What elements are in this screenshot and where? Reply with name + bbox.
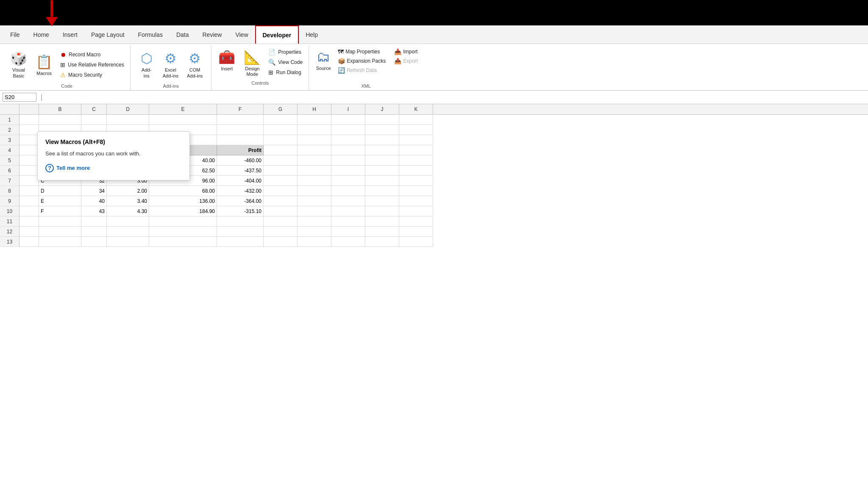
cell-j11[interactable] (365, 216, 399, 227)
col-header-h[interactable]: H (298, 104, 331, 114)
cell-h10[interactable] (298, 206, 331, 216)
cell-e12[interactable] (149, 227, 217, 237)
cell-a5[interactable] (19, 155, 39, 166)
cell-c12[interactable] (81, 227, 107, 237)
cell-h1[interactable] (298, 115, 331, 125)
cell-g1[interactable] (264, 115, 298, 125)
cell-f6[interactable]: -437.50 (217, 166, 264, 176)
cell-j6[interactable] (365, 166, 399, 176)
cell-g3[interactable] (264, 135, 298, 145)
source-button[interactable]: 🗂 Source (312, 47, 334, 72)
tab-page-layout[interactable]: Page Layout (84, 25, 131, 44)
cell-k8[interactable] (399, 186, 433, 196)
cell-j12[interactable] (365, 227, 399, 237)
cell-i3[interactable] (331, 135, 365, 145)
macro-security-button[interactable]: ⚠ Macro Security (58, 70, 127, 80)
cell-i13[interactable] (331, 237, 365, 247)
record-macro-button[interactable]: ⏺ Record Macro (58, 50, 127, 59)
tab-insert[interactable]: Insert (56, 25, 84, 44)
cell-j10[interactable] (365, 206, 399, 216)
cell-k3[interactable] (399, 135, 433, 145)
cell-a13[interactable] (19, 237, 39, 247)
cell-b9[interactable]: E (39, 196, 81, 206)
cell-b11[interactable] (39, 216, 81, 227)
cell-g4[interactable] (264, 145, 298, 155)
tab-home[interactable]: Home (27, 25, 56, 44)
use-relative-refs-button[interactable]: ⊞ Use Relative References (58, 60, 127, 69)
cell-e10[interactable]: 184.90 (149, 206, 217, 216)
cell-e9[interactable]: 136.00 (149, 196, 217, 206)
cell-b10[interactable]: F (39, 206, 81, 216)
cell-a3[interactable] (19, 135, 39, 145)
cell-k4[interactable] (399, 145, 433, 155)
col-header-c[interactable]: C (81, 104, 107, 114)
com-addins-button[interactable]: ⚙ COMAdd-ins (184, 49, 206, 80)
cell-k12[interactable] (399, 227, 433, 237)
cell-a4[interactable] (19, 145, 39, 155)
cell-i10[interactable] (331, 206, 365, 216)
cell-a2[interactable] (19, 125, 39, 135)
macros-button[interactable]: 📋 Macros (32, 52, 56, 78)
cell-i1[interactable] (331, 115, 365, 125)
excel-addins-button[interactable]: ⚙ ExcelAdd-ins (159, 49, 182, 80)
cell-d12[interactable] (107, 227, 149, 237)
cell-d13[interactable] (107, 237, 149, 247)
cell-i4[interactable] (331, 145, 365, 155)
cell-b13[interactable] (39, 237, 81, 247)
cell-h5[interactable] (298, 155, 331, 166)
view-code-button[interactable]: 🔍 View Code (266, 58, 305, 67)
cell-h7[interactable] (298, 176, 331, 186)
cell-a1[interactable] (19, 115, 39, 125)
cell-h2[interactable] (298, 125, 331, 135)
cell-g5[interactable] (264, 155, 298, 166)
tab-formulas[interactable]: Formulas (131, 25, 170, 44)
cell-f3[interactable] (217, 135, 264, 145)
cell-c13[interactable] (81, 237, 107, 247)
cell-k6[interactable] (399, 166, 433, 176)
cell-k13[interactable] (399, 237, 433, 247)
tab-view[interactable]: View (228, 25, 255, 44)
cell-g2[interactable] (264, 125, 298, 135)
cell-b12[interactable] (39, 227, 81, 237)
cell-a9[interactable] (19, 196, 39, 206)
addins-button[interactable]: ⬡ Add-ins (136, 49, 158, 80)
cell-i7[interactable] (331, 176, 365, 186)
cell-j13[interactable] (365, 237, 399, 247)
col-header-d[interactable]: D (107, 104, 149, 114)
cell-j3[interactable] (365, 135, 399, 145)
cell-j7[interactable] (365, 176, 399, 186)
cell-g9[interactable] (264, 196, 298, 206)
cell-k2[interactable] (399, 125, 433, 135)
cell-a8[interactable] (19, 186, 39, 196)
col-header-e[interactable]: E (149, 104, 217, 114)
cell-d10[interactable]: 4.30 (107, 206, 149, 216)
tab-review[interactable]: Review (196, 25, 229, 44)
cell-j1[interactable] (365, 115, 399, 125)
cell-f10[interactable]: -315.10 (217, 206, 264, 216)
cell-a12[interactable] (19, 227, 39, 237)
cell-g7[interactable] (264, 176, 298, 186)
cell-a7[interactable] (19, 176, 39, 186)
cell-i8[interactable] (331, 186, 365, 196)
cell-j5[interactable] (365, 155, 399, 166)
cell-h3[interactable] (298, 135, 331, 145)
cell-i6[interactable] (331, 166, 365, 176)
cell-f9[interactable]: -364.00 (217, 196, 264, 206)
cell-b8[interactable]: D (39, 186, 81, 196)
cell-f5[interactable]: -460.00 (217, 155, 264, 166)
expansion-packs-button[interactable]: 📦 Expansion Packs (336, 57, 387, 65)
cell-j8[interactable] (365, 186, 399, 196)
cell-h9[interactable] (298, 196, 331, 206)
cell-h12[interactable] (298, 227, 331, 237)
col-header-j[interactable]: J (365, 104, 399, 114)
cell-f2[interactable] (217, 125, 264, 135)
cell-f11[interactable] (217, 216, 264, 227)
tooltip-link[interactable]: ? Tell me more (45, 164, 182, 172)
cell-d8[interactable]: 2.00 (107, 186, 149, 196)
cell-k1[interactable] (399, 115, 433, 125)
cell-d1[interactable] (107, 115, 149, 125)
cell-i9[interactable] (331, 196, 365, 206)
properties-button[interactable]: 📄 Properties (266, 47, 305, 57)
map-properties-button[interactable]: 🗺 Map Properties (336, 47, 387, 56)
tab-developer[interactable]: Developer (255, 25, 299, 44)
